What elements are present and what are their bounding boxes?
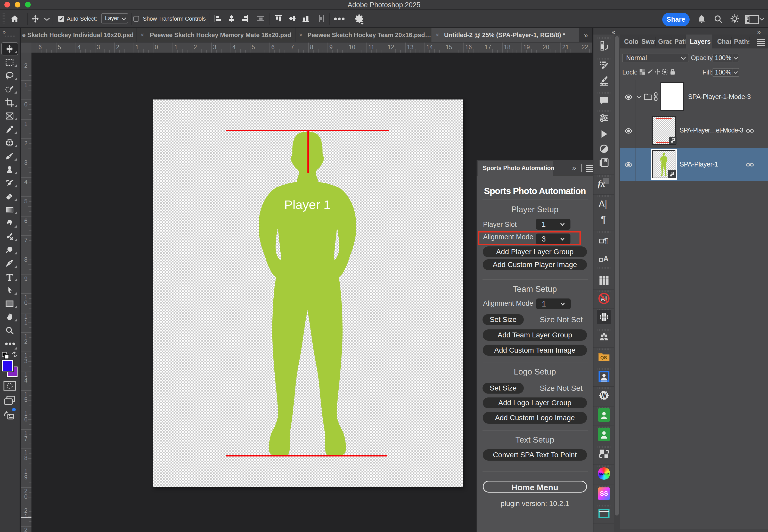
- svg-text:W: W: [601, 392, 607, 399]
- svg-text:QS: QS: [600, 355, 607, 360]
- svg-text:Player 1: Player 1: [284, 198, 330, 212]
- svg-text:¶: ¶: [604, 236, 608, 245]
- svg-text:A: A: [603, 254, 609, 263]
